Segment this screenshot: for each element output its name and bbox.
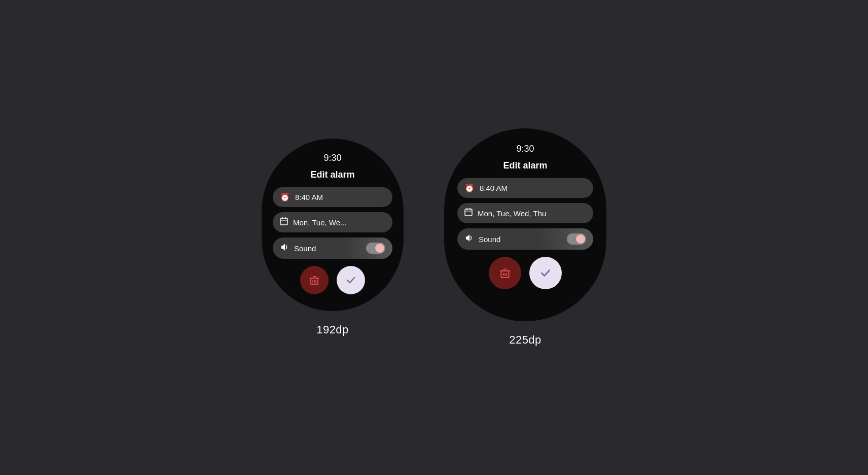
sound-row-225[interactable]: Sound bbox=[457, 228, 593, 250]
sound-icon-225 bbox=[464, 233, 474, 245]
svg-marker-4 bbox=[281, 244, 285, 251]
delete-button-192[interactable] bbox=[300, 266, 329, 294]
schedule-row-192[interactable]: Mon, Tue, We... bbox=[273, 212, 392, 232]
schedule-value-225: Mon, Tue, Wed, Thu bbox=[478, 209, 586, 218]
action-buttons-225 bbox=[489, 257, 562, 289]
sound-toggle-knob-192 bbox=[375, 244, 384, 253]
sound-toggle-knob-225 bbox=[576, 234, 585, 244]
alarm-time-row-192[interactable]: ⏰ 8:40 AM bbox=[273, 187, 392, 207]
confirm-button-225[interactable] bbox=[529, 257, 562, 289]
watch-192-time: 9:30 bbox=[323, 153, 341, 163]
svg-rect-11 bbox=[465, 209, 472, 216]
calendar-icon-192 bbox=[280, 217, 288, 227]
watch-225-label: 225dp bbox=[509, 333, 541, 347]
sound-toggle-225[interactable] bbox=[567, 233, 586, 245]
watch-225-container: 9:30 Edit alarm ⏰ 8:40 AM Mon, Tue, Wed,… bbox=[444, 128, 606, 347]
alarm-time-value-192: 8:40 AM bbox=[295, 193, 385, 201]
sound-icon-192 bbox=[280, 243, 289, 254]
svg-rect-0 bbox=[280, 218, 287, 225]
sound-label-225: Sound bbox=[479, 235, 562, 244]
action-buttons-192 bbox=[300, 266, 365, 294]
watch-192-container: 9:30 Edit alarm ⏰ 8:40 AM Mon, Tue, We..… bbox=[262, 139, 404, 336]
watch-192-title: Edit alarm bbox=[310, 169, 354, 180]
svg-marker-15 bbox=[466, 234, 469, 242]
alarm-time-row-225[interactable]: ⏰ 8:40 AM bbox=[457, 178, 593, 198]
delete-button-225[interactable] bbox=[489, 257, 521, 289]
sound-row-192[interactable]: Sound bbox=[273, 238, 392, 259]
sound-toggle-192[interactable] bbox=[366, 243, 385, 254]
watch-225-title: Edit alarm bbox=[503, 160, 547, 171]
clock-icon-192: ⏰ bbox=[280, 192, 290, 202]
calendar-icon-225 bbox=[464, 208, 473, 218]
watch-225-time: 9:30 bbox=[516, 144, 534, 154]
confirm-button-192[interactable] bbox=[337, 266, 365, 294]
alarm-time-value-225: 8:40 AM bbox=[480, 184, 586, 192]
watch-225-screen: 9:30 Edit alarm ⏰ 8:40 AM Mon, Tue, Wed,… bbox=[444, 128, 606, 321]
sound-label-192: Sound bbox=[294, 244, 361, 253]
watch-192-label: 192dp bbox=[316, 323, 349, 336]
schedule-row-225[interactable]: Mon, Tue, Wed, Thu bbox=[457, 203, 593, 223]
clock-icon-225: ⏰ bbox=[464, 183, 475, 193]
watch-192-screen: 9:30 Edit alarm ⏰ 8:40 AM Mon, Tue, We..… bbox=[262, 139, 404, 311]
schedule-value-192: Mon, Tue, We... bbox=[293, 218, 385, 227]
